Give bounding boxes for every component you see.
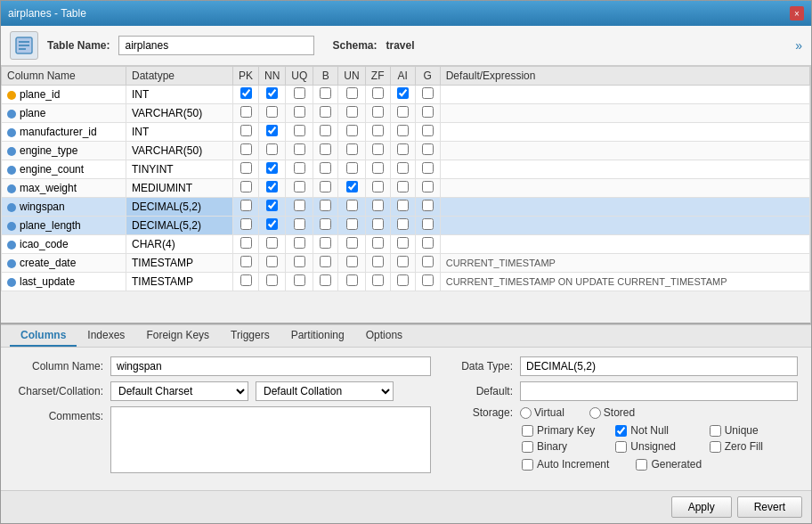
row-g-checkbox[interactable] (422, 218, 434, 230)
cell-ai[interactable] (390, 254, 415, 273)
cell-zf[interactable] (365, 160, 390, 179)
cell-g[interactable] (415, 160, 440, 179)
generated-checkbox-label[interactable]: Generated (636, 458, 702, 471)
row-b-checkbox[interactable] (320, 87, 331, 99)
row-b-checkbox[interactable] (320, 218, 331, 230)
cell-g[interactable] (415, 254, 440, 273)
tab-columns[interactable]: Columns (10, 325, 77, 347)
cell-zf[interactable] (365, 142, 390, 160)
row-un-checkbox[interactable] (346, 256, 358, 267)
ai-checkbox[interactable] (522, 459, 533, 471)
unsigned-checkbox-label[interactable]: Unsigned (615, 440, 703, 453)
cell-pk[interactable] (233, 273, 259, 291)
cell-pk[interactable] (233, 254, 259, 273)
row-g-checkbox[interactable] (422, 256, 434, 267)
row-nn-checkbox[interactable] (266, 200, 278, 211)
cell-un[interactable] (338, 104, 365, 123)
row-ai-checkbox[interactable] (397, 181, 409, 192)
table-row[interactable]: last_update TIMESTAMP CURRENT_TIMESTAMP … (2, 273, 810, 291)
cell-uq[interactable] (286, 160, 313, 179)
cell-ai[interactable] (390, 142, 415, 160)
row-zf-checkbox[interactable] (372, 162, 384, 174)
row-uq-checkbox[interactable] (294, 106, 305, 118)
cell-un[interactable] (338, 142, 365, 160)
row-ai-checkbox[interactable] (397, 218, 409, 230)
default-input[interactable] (520, 381, 798, 401)
cell-pk[interactable] (233, 179, 259, 198)
cell-pk[interactable] (233, 198, 259, 217)
binary-checkbox[interactable] (522, 441, 533, 453)
row-ai-checkbox[interactable] (397, 106, 409, 118)
cell-ai[interactable] (390, 179, 415, 198)
row-zf-checkbox[interactable] (372, 274, 384, 286)
row-uq-checkbox[interactable] (294, 218, 305, 230)
tab-triggers[interactable]: Triggers (220, 325, 280, 347)
row-un-checkbox[interactable] (346, 143, 358, 155)
cell-b[interactable] (313, 142, 338, 160)
row-nn-checkbox[interactable] (266, 143, 278, 155)
cell-un[interactable] (338, 123, 365, 142)
row-zf-checkbox[interactable] (372, 87, 384, 99)
row-g-checkbox[interactable] (422, 162, 434, 174)
row-zf-checkbox[interactable] (372, 106, 384, 118)
row-b-checkbox[interactable] (320, 200, 331, 211)
cell-un[interactable] (338, 254, 365, 273)
table-row[interactable]: create_date TIMESTAMP CURRENT_TIMESTAMP (2, 254, 810, 273)
cell-uq[interactable] (286, 235, 313, 254)
cell-b[interactable] (313, 86, 338, 104)
row-pk-checkbox[interactable] (240, 162, 252, 174)
cell-uq[interactable] (286, 273, 313, 291)
cell-g[interactable] (415, 198, 440, 217)
row-ai-checkbox[interactable] (397, 237, 409, 249)
row-uq-checkbox[interactable] (294, 200, 305, 211)
tab-foreign-keys[interactable]: Foreign Keys (135, 325, 220, 347)
cell-zf[interactable] (365, 104, 390, 123)
table-row[interactable]: wingspan DECIMAL(5,2) (2, 198, 810, 217)
cell-un[interactable] (338, 217, 365, 235)
row-ai-checkbox[interactable] (397, 200, 409, 211)
cell-zf[interactable] (365, 86, 390, 104)
row-uq-checkbox[interactable] (294, 256, 305, 267)
row-b-checkbox[interactable] (320, 106, 331, 118)
row-g-checkbox[interactable] (422, 106, 434, 118)
row-pk-checkbox[interactable] (240, 143, 252, 155)
column-name-input[interactable] (110, 356, 431, 376)
zerofill-checkbox[interactable] (710, 441, 721, 453)
data-type-input[interactable] (520, 356, 798, 376)
pk-checkbox-label[interactable]: Primary Key (522, 424, 610, 437)
row-nn-checkbox[interactable] (266, 181, 278, 192)
table-row[interactable]: max_weight MEDIUMINT (2, 179, 810, 198)
table-name-input[interactable] (118, 36, 314, 55)
cell-ai[interactable] (390, 273, 415, 291)
row-zf-checkbox[interactable] (372, 256, 384, 267)
row-nn-checkbox[interactable] (266, 87, 278, 99)
cell-zf[interactable] (365, 217, 390, 235)
row-g-checkbox[interactable] (422, 125, 434, 136)
cell-b[interactable] (313, 179, 338, 198)
toolbar-icon[interactable] (10, 31, 38, 60)
row-ai-checkbox[interactable] (397, 87, 409, 99)
cell-b[interactable] (313, 273, 338, 291)
row-ai-checkbox[interactable] (397, 143, 409, 155)
row-pk-checkbox[interactable] (240, 125, 252, 136)
cell-zf[interactable] (365, 235, 390, 254)
row-un-checkbox[interactable] (346, 162, 358, 174)
storage-stored-radio[interactable] (589, 407, 601, 419)
row-uq-checkbox[interactable] (294, 181, 305, 192)
row-un-checkbox[interactable] (346, 106, 358, 118)
cell-nn[interactable] (259, 217, 286, 235)
row-un-checkbox[interactable] (346, 218, 358, 230)
cell-ai[interactable] (390, 198, 415, 217)
row-pk-checkbox[interactable] (240, 237, 252, 249)
row-nn-checkbox[interactable] (266, 218, 278, 230)
cell-pk[interactable] (233, 142, 259, 160)
row-pk-checkbox[interactable] (240, 256, 252, 267)
table-row[interactable]: engine_count TINYINT (2, 160, 810, 179)
row-zf-checkbox[interactable] (372, 143, 384, 155)
nn-checkbox-label[interactable]: Not Null (615, 424, 703, 437)
row-un-checkbox[interactable] (346, 200, 358, 211)
cell-nn[interactable] (259, 160, 286, 179)
cell-g[interactable] (415, 123, 440, 142)
zerofill-checkbox-label[interactable]: Zero Fill (710, 440, 798, 453)
tab-indexes[interactable]: Indexes (77, 325, 135, 347)
